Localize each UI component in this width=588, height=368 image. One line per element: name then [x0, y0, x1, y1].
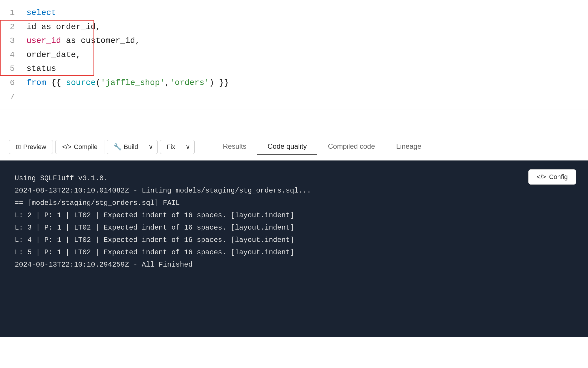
line-number-2: 2 [0, 20, 24, 34]
compile-label: Compile [74, 143, 98, 151]
token: {{ [51, 78, 66, 87]
output-tabs: ResultsCode qualityCompiled codeLineage [212, 139, 432, 155]
output-line: == [models/staging/stg_orders.sql] FAIL [15, 197, 573, 209]
code-editor[interactable]: 1select2 id as order_id,3 user_id as cus… [0, 0, 588, 110]
tab-compiled-code[interactable]: Compiled code [317, 139, 385, 155]
token: 'orders' [170, 78, 209, 87]
build-label: Build [124, 143, 138, 151]
token: ( [96, 78, 101, 87]
fix-dropdown-button[interactable]: ∨ [181, 140, 195, 154]
config-button[interactable]: </> Config [528, 169, 576, 185]
build-button[interactable]: 🔧 Build [107, 140, 145, 154]
line-content-5: status [24, 62, 588, 76]
preview-label: Preview [23, 143, 46, 151]
line-number-3: 3 [0, 34, 24, 48]
tab-lineage[interactable]: Lineage [386, 139, 432, 155]
chevron-down-icon: ∨ [148, 143, 153, 151]
code-line-2: 2 id as order_id, [0, 20, 588, 34]
line-number-7: 7 [0, 90, 24, 104]
token: source [66, 78, 96, 87]
line-number-5: 5 [0, 62, 24, 76]
output-line: L: 4 | P: 1 | LT02 | Expected indent of … [15, 234, 573, 246]
output-line: 2024-08-13T22:10:10.014082Z - Linting mo… [15, 185, 573, 197]
token: order_id, [51, 22, 101, 31]
build-button-group: 🔧 Build ∨ [107, 140, 158, 154]
line-content-4: order_date, [24, 48, 588, 62]
line-content-2: id as order_id, [24, 20, 588, 34]
token: , [165, 78, 170, 87]
compile-button[interactable]: </> Compile [55, 140, 104, 154]
token: from [26, 78, 51, 87]
output-line: L: 5 | P: 1 | LT02 | Expected indent of … [15, 246, 573, 259]
config-label: Config [549, 173, 568, 181]
token: order_date, [26, 50, 81, 59]
code-line-4: 4 order_date, [0, 48, 588, 62]
output-line: L: 2 | P: 1 | LT02 | Expected indent of … [15, 209, 573, 222]
token: 'jaffle_shop' [101, 78, 165, 87]
token: ) }} [209, 78, 229, 87]
code-line-7: 7 [0, 90, 588, 104]
line-content-1: select [24, 6, 588, 20]
line-content-3: user_id as customer_id, [24, 34, 588, 48]
table-icon: ⊞ [16, 143, 21, 151]
line-content-6: from {{ source('jaffle_shop','orders') }… [24, 76, 588, 90]
toolbar-left: ⊞ Preview </> Compile 🔧 Build ∨ Fix ∨ [9, 140, 195, 154]
code-line-5: 5 status [0, 62, 588, 76]
tab-results[interactable]: Results [212, 139, 257, 155]
token: select [26, 8, 56, 17]
code-icon: </> [62, 143, 71, 151]
line-number-6: 6 [0, 76, 24, 90]
fix-button[interactable]: Fix [160, 140, 182, 154]
chevron-down-icon-2: ∨ [186, 143, 190, 151]
output-panel: </> Config Using SQLFluff v3.1.0.2024-08… [0, 160, 588, 337]
wrench-icon: 🔧 [113, 143, 121, 151]
tab-code-quality[interactable]: Code quality [257, 139, 317, 155]
output-line: Using SQLFluff v3.1.0. [15, 172, 573, 185]
token: as customer_id, [61, 36, 140, 45]
token: as [41, 22, 51, 31]
token: status [26, 64, 56, 73]
compile-button-group: </> Compile [55, 140, 104, 154]
preview-button[interactable]: ⊞ Preview [9, 140, 53, 154]
token: id [26, 22, 41, 31]
code-icon-2: </> [537, 173, 546, 181]
line-number-1: 1 [0, 6, 24, 20]
output-line: 2024-08-13T22:10:10.294259Z - All Finish… [15, 259, 573, 271]
code-line-3: 3 user_id as customer_id, [0, 34, 588, 48]
toolbar: ⊞ Preview </> Compile 🔧 Build ∨ Fix ∨ [0, 133, 588, 160]
fix-button-group: Fix ∨ [160, 140, 195, 154]
line-number-4: 4 [0, 48, 24, 62]
token: user_id [26, 36, 61, 45]
output-line: L: 3 | P: 1 | LT02 | Expected indent of … [15, 222, 573, 234]
build-dropdown-button[interactable]: ∨ [144, 140, 158, 154]
output-text: Using SQLFluff v3.1.0.2024-08-13T22:10:1… [15, 172, 573, 271]
code-line-6: 6from {{ source('jaffle_shop','orders') … [0, 76, 588, 90]
code-line-1: 1select [0, 6, 588, 20]
fix-label: Fix [167, 143, 175, 151]
